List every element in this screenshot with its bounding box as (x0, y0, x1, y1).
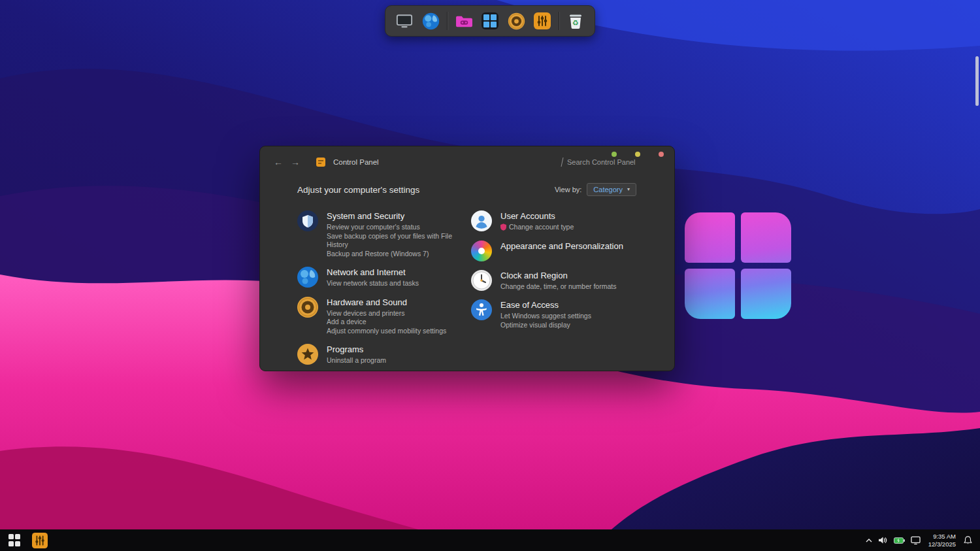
dock-item-globe[interactable] (421, 11, 440, 31)
dock-item-display[interactable] (395, 11, 414, 31)
right-column: User Accounts Change account type (471, 210, 636, 374)
category-title[interactable]: Clock and Region (500, 270, 616, 281)
network-internet-icon[interactable] (297, 267, 318, 288)
pinwheel-icon (471, 241, 492, 261)
globe-icon (422, 12, 440, 30)
system-security-icon[interactable] (297, 210, 318, 231)
screen-edge-scrollbar[interactable] (975, 56, 979, 106)
speaker-icon (878, 536, 888, 544)
clock-date: 12/3/2025 (928, 541, 956, 548)
category-title[interactable]: Network and Internet (327, 267, 419, 278)
dock-separator (447, 12, 448, 30)
minimize-button[interactable] (612, 152, 617, 157)
page-heading: Adjust your computer's settings (297, 185, 419, 195)
category-link-label: Change account type (509, 223, 574, 232)
control-panel-icon (316, 158, 325, 167)
category-title[interactable]: Programs (327, 344, 386, 355)
display-icon (396, 14, 413, 29)
games-folder-icon (455, 14, 473, 29)
back-button[interactable]: ← (273, 157, 284, 167)
category-programs: Programs Uninstall a program (297, 344, 471, 365)
uac-shield-icon (500, 224, 506, 231)
dock-item-games-folder[interactable] (454, 11, 474, 31)
close-button[interactable] (659, 152, 664, 157)
windows-icon (482, 12, 498, 29)
category-title[interactable]: Appearance and Personalization (500, 241, 623, 252)
search-placeholder: Search Control Panel (567, 158, 636, 166)
windows-logo-tile (685, 269, 735, 319)
titlebar[interactable] (260, 146, 674, 157)
dock-separator (559, 12, 559, 30)
ease-of-access-icon[interactable] (471, 299, 492, 320)
category-link[interactable]: Save backup copies of your files with Fi… (327, 232, 471, 250)
tray-expand-button[interactable] (866, 539, 872, 543)
category-title[interactable]: User Accounts (500, 210, 574, 222)
maximize-button[interactable] (635, 152, 640, 157)
category-text: Clock and Region Change date, time, or n… (500, 270, 616, 292)
clock-icon (471, 270, 492, 291)
category-link[interactable]: Backup and Restore (Windows 7) (327, 250, 471, 259)
category-link[interactable]: Let Windows suggest settings (500, 312, 591, 321)
programs-icon[interactable] (297, 344, 318, 365)
category-title[interactable]: Hardware and Sound (327, 297, 446, 308)
volume-button[interactable] (878, 536, 888, 544)
user-accounts-icon[interactable] (471, 210, 492, 231)
control-panel-window: ← → Control Panel Search Control Panel A… (259, 146, 675, 371)
dock-item-windows[interactable] (480, 11, 500, 31)
category-link[interactable]: View devices and printers (327, 309, 446, 318)
category-link[interactable]: Adjust commonly used mobility settings (327, 327, 446, 336)
speaker-icon (297, 297, 318, 318)
battery-button[interactable] (894, 537, 905, 544)
start-button[interactable] (8, 534, 21, 547)
dock-item-recycle-bin[interactable]: ♻ (566, 11, 585, 31)
appearance-icon[interactable] (471, 241, 492, 261)
category-text: System and Security Review your computer… (327, 210, 471, 258)
category-link[interactable]: Uninstall a program (327, 356, 386, 365)
battery-icon (894, 537, 905, 544)
globe-icon (297, 267, 318, 288)
category-title[interactable]: System and Security (327, 210, 471, 222)
category-text: Hardware and Sound View devices and prin… (327, 297, 446, 336)
window-title: Control Panel (333, 158, 379, 166)
display-settings-button[interactable] (911, 536, 921, 545)
category-link[interactable]: View network status and tasks (327, 279, 419, 288)
category-clock-and-region: Clock and Region Change date, time, or n… (471, 270, 636, 292)
monitor-icon (911, 536, 921, 545)
top-dock: ♻ (385, 5, 595, 37)
clock-region-icon[interactable] (471, 270, 492, 291)
taskbar-app-equalizer[interactable] (31, 532, 48, 548)
hardware-sound-icon[interactable] (297, 297, 318, 318)
view-by-dropdown[interactable]: Category ▾ (587, 183, 636, 196)
category-link[interactable]: Optimize visual display (500, 321, 591, 330)
search-separator (561, 158, 564, 167)
content-header: Adjust your computer's settings View by:… (297, 183, 636, 196)
clock-time: 9:35 AM (928, 533, 956, 541)
dock-item-speaker[interactable] (506, 11, 526, 31)
search-control-panel-input[interactable]: Search Control Panel (562, 158, 661, 167)
category-user-accounts: User Accounts Change account type (471, 210, 636, 232)
category-link[interactable]: Change account type (500, 223, 574, 232)
left-column: System and Security Review your computer… (297, 210, 471, 374)
category-link[interactable]: Review your computer's status (327, 223, 471, 232)
category-link[interactable]: Change date, time, or number formats (500, 282, 616, 292)
category-network-and-internet: Network and Internet View network status… (297, 267, 471, 288)
category-text: Appearance and Personalization (500, 241, 623, 253)
category-text: Ease of Access Let Windows suggest setti… (500, 299, 591, 329)
category-title[interactable]: Ease of Access (500, 299, 591, 310)
forward-button[interactable]: → (290, 157, 301, 167)
equalizer-icon (534, 12, 551, 29)
shield-icon (297, 210, 318, 231)
person-icon (471, 210, 492, 231)
recycle-bin-icon: ♻ (568, 12, 583, 29)
window-content: Adjust your computer's settings View by:… (260, 167, 674, 388)
speaker-icon (508, 12, 525, 30)
taskbar: 9:35 AM 12/3/2025 (0, 529, 980, 551)
category-text: Network and Internet View network status… (327, 267, 419, 288)
notifications-button[interactable] (964, 535, 972, 545)
category-system-and-security: System and Security Review your computer… (297, 210, 471, 258)
system-tray: 9:35 AM 12/3/2025 (866, 533, 972, 548)
category-link[interactable]: Add a device (327, 318, 446, 327)
view-by-group: View by: Category ▾ (555, 183, 636, 196)
dock-item-equalizer[interactable] (532, 11, 552, 31)
clock[interactable]: 9:35 AM 12/3/2025 (928, 533, 956, 548)
